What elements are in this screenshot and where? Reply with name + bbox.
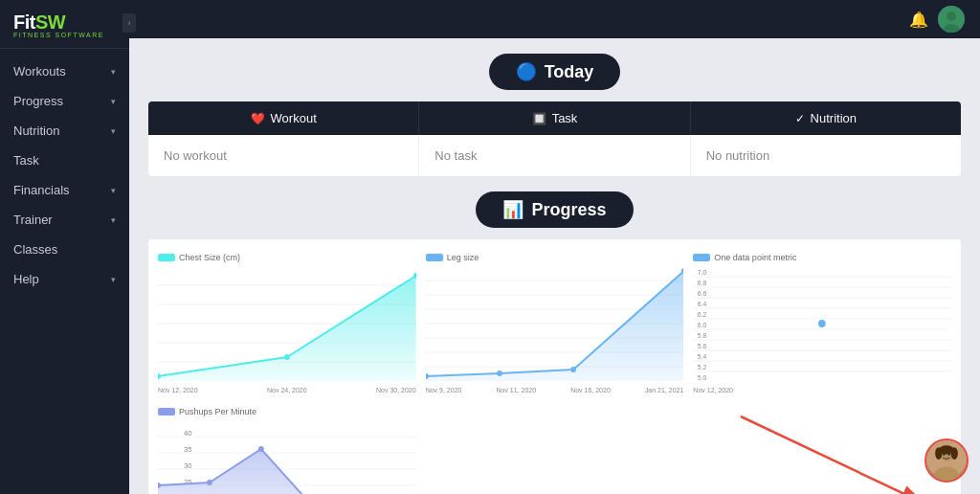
svg-point-77 <box>935 447 942 460</box>
chart-svg-pushups: 40 35 30 25 20 15 10 <box>158 420 416 494</box>
chart-one-point: One data point metric <box>693 253 951 393</box>
chart-icon: 📊 <box>502 199 523 220</box>
svg-text:5.8: 5.8 <box>698 332 707 339</box>
today-card: ❤️ Workout 🔲 Task ✓ Nutrition No workout <box>148 101 961 176</box>
main-content: 🔔 🔵 Today ❤️ Workout <box>129 0 980 494</box>
sidebar-item-progress[interactable]: Progress ▾ <box>0 86 129 116</box>
content-area: 🔵 Today ❤️ Workout 🔲 Task ✓ Nutrition <box>129 38 980 494</box>
svg-text:30: 30 <box>184 461 192 470</box>
sidebar-item-nutrition[interactable]: Nutrition ▾ <box>0 116 129 146</box>
sidebar: FitSW FITNESS SOFTWARE Workouts ▾ Progre… <box>0 0 129 494</box>
heart-icon: ❤️ <box>251 112 265 125</box>
notification-bell-icon[interactable]: 🔔 <box>909 11 928 29</box>
sidebar-item-workouts[interactable]: Workouts ▾ <box>0 56 129 86</box>
today-nutrition-cell: No nutrition <box>691 135 961 176</box>
bottom-right-avatar[interactable] <box>924 438 969 483</box>
svg-text:6.6: 6.6 <box>698 290 707 297</box>
legend-box <box>693 254 710 261</box>
progress-section: 📊 Progress Chest Size (cm) <box>148 191 961 494</box>
task-icon: 🔲 <box>532 112 546 125</box>
chevron-icon: ▾ <box>111 67 116 77</box>
chevron-icon: ▾ <box>111 215 116 225</box>
chevron-icon: ▾ <box>111 275 116 284</box>
svg-marker-25 <box>426 271 684 381</box>
sidebar-item-help[interactable]: Help ▾ <box>0 264 129 294</box>
sidebar-item-classes[interactable]: Classes <box>0 235 129 264</box>
sidebar-collapse-button[interactable]: › <box>122 13 136 33</box>
svg-point-27 <box>497 370 502 376</box>
today-workout-cell: No workout <box>148 135 419 176</box>
sidebar-item-trainer[interactable]: Trainer ▾ <box>0 205 129 235</box>
top-bar: 🔔 <box>129 0 980 38</box>
chevron-icon: ▾ <box>111 126 116 136</box>
svg-point-1 <box>947 11 956 21</box>
svg-text:5.6: 5.6 <box>698 343 707 349</box>
svg-text:35: 35 <box>184 445 192 454</box>
today-pill: 🔵 Today <box>489 54 621 90</box>
today-tabs: ❤️ Workout 🔲 Task ✓ Nutrition <box>148 101 961 135</box>
droplet-icon: 🔵 <box>516 61 537 82</box>
chart-svg-chest: 600 500 400 300 200 100 <box>158 266 416 381</box>
svg-text:6.2: 6.2 <box>698 311 707 318</box>
chart-pushups: Pushups Per Minute <box>158 407 416 494</box>
svg-point-80 <box>943 453 946 456</box>
legend-box <box>426 254 443 261</box>
chevron-icon: ▾ <box>111 186 116 195</box>
chart-label-leg: Leg size <box>426 253 684 262</box>
svg-text:40: 40 <box>184 429 192 438</box>
progress-pill: 📊 Progress <box>476 191 633 228</box>
chart-svg-leg <box>426 266 684 381</box>
progress-header: 📊 Progress <box>148 191 961 228</box>
sidebar-item-financials[interactable]: Financials ▾ <box>0 175 129 205</box>
legend-box <box>158 254 175 261</box>
charts-row-2: Pushups Per Minute <box>158 407 951 494</box>
svg-text:6.8: 6.8 <box>698 280 707 286</box>
svg-point-28 <box>570 367 576 372</box>
chart-leg-size: Leg size <box>426 253 684 393</box>
logo: FitSW <box>13 11 116 34</box>
chart-label-chest: Chest Size (cm) <box>158 253 416 262</box>
chart-x-labels-leg: Nov 9, 2020 Nov 11, 2020 Nov 16, 2020 Ja… <box>426 387 684 393</box>
chevron-icon: ▾ <box>111 97 116 106</box>
today-tab-workout[interactable]: ❤️ Workout <box>148 101 418 135</box>
chart-chest-size: Chest Size (cm) <box>158 253 416 393</box>
today-tab-task[interactable]: 🔲 Task <box>419 101 689 135</box>
legend-box <box>158 408 175 415</box>
today-tab-nutrition[interactable]: ✓ Nutrition <box>691 101 961 135</box>
chart-label-pushups: Pushups Per Minute <box>158 407 416 416</box>
user-avatar[interactable] <box>938 6 965 33</box>
svg-text:5.2: 5.2 <box>698 364 707 370</box>
svg-text:7.0: 7.0 <box>698 269 707 276</box>
chart-x-labels-one-point: Nov 12, 2020 <box>693 387 951 393</box>
chart-svg-one-point: 7.0 6.8 6.6 6.4 6.2 6.0 5.8 5.6 5.4 5.2 … <box>693 266 951 381</box>
nutrition-icon: ✓ <box>795 112 805 125</box>
svg-marker-65 <box>158 449 416 494</box>
today-task-cell: No task <box>419 135 690 176</box>
red-arrow-annotation <box>731 407 942 494</box>
svg-point-68 <box>258 446 264 452</box>
logo-subtitle: FITNESS SOFTWARE <box>13 32 116 38</box>
svg-point-81 <box>947 453 950 456</box>
svg-marker-14 <box>158 276 416 381</box>
svg-text:6.0: 6.0 <box>698 322 707 328</box>
chart-label-one-point: One data point metric <box>693 253 951 262</box>
sidebar-nav: Workouts ▾ Progress ▾ Nutrition ▾ Task F… <box>0 49 129 494</box>
svg-point-51 <box>818 320 826 327</box>
avatar-face <box>926 440 967 481</box>
today-content: No workout No task No nutrition <box>148 135 961 176</box>
annotation-area <box>426 407 951 494</box>
charts-row-1: Chest Size (cm) <box>158 253 951 393</box>
svg-line-73 <box>741 416 923 494</box>
top-bar-icons: 🔔 <box>909 6 965 33</box>
today-header: 🔵 Today <box>148 54 961 90</box>
svg-text:5.0: 5.0 <box>698 374 707 381</box>
svg-text:5.4: 5.4 <box>698 353 707 360</box>
svg-point-78 <box>951 447 958 460</box>
chart-x-labels-chest: Nov 12, 2020 Nov 24, 2020 Nov 30, 2020 <box>158 387 416 393</box>
sidebar-item-task[interactable]: Task <box>0 146 129 175</box>
svg-point-16 <box>284 354 290 360</box>
logo-area: FitSW FITNESS SOFTWARE <box>0 0 129 49</box>
svg-text:6.4: 6.4 <box>698 301 707 307</box>
svg-point-67 <box>207 480 212 485</box>
charts-card: Chest Size (cm) <box>148 239 961 494</box>
